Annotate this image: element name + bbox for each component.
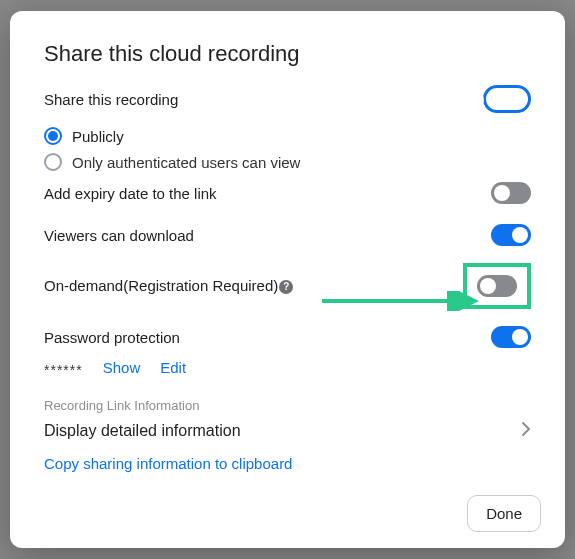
expiry-label: Add expiry date to the link — [44, 185, 217, 202]
chevron-right-icon — [521, 421, 531, 441]
link-info-section: Recording Link Information — [44, 398, 531, 413]
password-edit-link[interactable]: Edit — [160, 359, 186, 376]
on-demand-toggle[interactable] — [477, 275, 517, 297]
radio-publicly[interactable]: Publicly — [44, 127, 531, 145]
expiry-row: Add expiry date to the link — [44, 179, 531, 207]
radio-authenticated-label: Only authenticated users can view — [72, 154, 300, 171]
download-toggle[interactable] — [491, 224, 531, 246]
radio-icon — [44, 153, 62, 171]
help-icon[interactable]: ? — [279, 280, 293, 294]
password-row: Password protection — [44, 323, 531, 351]
modal-title: Share this cloud recording — [44, 41, 531, 67]
detail-info-row[interactable]: Display detailed information — [44, 421, 531, 441]
password-show-link[interactable]: Show — [103, 359, 141, 376]
modal-footer: Done — [467, 495, 541, 532]
password-controls: ****** Show Edit — [44, 359, 531, 376]
detail-info-label: Display detailed information — [44, 422, 241, 440]
on-demand-label: On-demand(Registration Required)? — [44, 277, 293, 295]
share-recording-label: Share this recording — [44, 91, 178, 108]
download-row: Viewers can download — [44, 221, 531, 249]
on-demand-row: On-demand(Registration Required)? — [44, 263, 531, 309]
password-mask: ****** — [44, 362, 83, 378]
share-options: Publicly Only authenticated users can vi… — [44, 127, 531, 171]
download-label: Viewers can download — [44, 227, 194, 244]
expiry-toggle[interactable] — [491, 182, 531, 204]
share-recording-toggle[interactable] — [483, 85, 531, 113]
password-toggle[interactable] — [491, 326, 531, 348]
radio-authenticated[interactable]: Only authenticated users can view — [44, 153, 531, 171]
radio-publicly-label: Publicly — [72, 128, 124, 145]
password-label: Password protection — [44, 329, 180, 346]
on-demand-text: On-demand(Registration Required) — [44, 277, 278, 294]
radio-icon — [44, 127, 62, 145]
done-button[interactable]: Done — [467, 495, 541, 532]
share-recording-modal: Share this cloud recording Share this re… — [10, 11, 565, 548]
copy-sharing-link[interactable]: Copy sharing information to clipboard — [44, 455, 531, 472]
share-recording-row: Share this recording — [44, 85, 531, 113]
on-demand-highlight — [463, 263, 531, 309]
